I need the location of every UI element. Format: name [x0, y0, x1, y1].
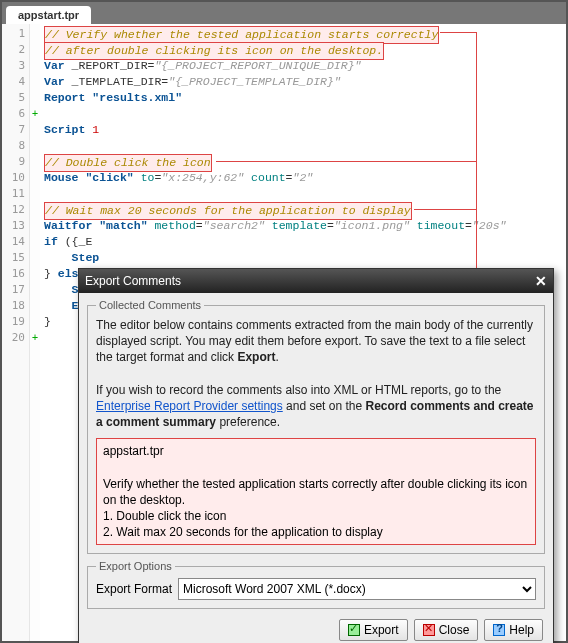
line-number: 3	[2, 58, 29, 74]
line-number: 4	[2, 74, 29, 90]
close-button[interactable]: Close	[414, 619, 479, 641]
export-options-group: Export Options Export Format Microsoft W…	[87, 560, 545, 609]
line-number: 12	[2, 202, 29, 218]
dialog-button-row: Export Close Help	[87, 615, 545, 643]
help-icon	[493, 624, 505, 636]
line-number: 17	[2, 282, 29, 298]
fold-column: + +	[30, 24, 40, 641]
line-number: 14	[2, 234, 29, 250]
line-number: 6	[2, 106, 29, 122]
line-number: 11	[2, 186, 29, 202]
close-icon	[423, 624, 435, 636]
line-number: 1	[2, 26, 29, 42]
comments-line: 1. Double click the icon	[103, 508, 529, 524]
line-number: 9	[2, 154, 29, 170]
line-number: 8	[2, 138, 29, 154]
line-number: 20	[2, 330, 29, 346]
fold-marker-icon[interactable]: +	[30, 106, 40, 122]
enterprise-report-link[interactable]: Enterprise Report Provider settings	[96, 399, 283, 413]
close-icon[interactable]: ✕	[535, 273, 547, 289]
line-number: 19	[2, 314, 29, 330]
dialog-titlebar[interactable]: Export Comments ✕	[79, 269, 553, 293]
line-number: 5	[2, 90, 29, 106]
comments-editor[interactable]: appstart.tpr Verify whether the tested a…	[96, 438, 536, 545]
export-options-legend: Export Options	[96, 560, 175, 572]
export-comments-dialog: Export Comments ✕ Collected Comments The…	[78, 268, 554, 643]
line-number: 16	[2, 266, 29, 282]
line-number: 15	[2, 250, 29, 266]
export-format-label: Export Format	[96, 582, 172, 596]
line-number: 10	[2, 170, 29, 186]
collected-comments-legend: Collected Comments	[96, 299, 204, 311]
help-button[interactable]: Help	[484, 619, 543, 641]
comments-line: Verify whether the tested application st…	[103, 476, 529, 508]
connector-line	[414, 209, 476, 210]
tab-bar: appstart.tpr	[2, 2, 566, 24]
line-number: 13	[2, 218, 29, 234]
export-button[interactable]: Export	[339, 619, 408, 641]
editor-tab[interactable]: appstart.tpr	[6, 6, 91, 24]
comments-title: appstart.tpr	[103, 443, 529, 459]
dialog-title: Export Comments	[85, 274, 181, 288]
line-number-gutter: 1 2 3 4 5 6 7 8 9 10 11 12 13 14 15 16 1…	[2, 24, 30, 641]
connector-line	[440, 32, 476, 33]
line-number: 18	[2, 298, 29, 314]
export-format-select[interactable]: Microsoft Word 2007 XML (*.docx)	[178, 578, 536, 600]
intro-text: The editor below contains comments extra…	[96, 317, 536, 430]
collected-comments-group: Collected Comments The editor below cont…	[87, 299, 545, 554]
line-number: 7	[2, 122, 29, 138]
check-icon	[348, 624, 360, 636]
fold-marker-icon[interactable]: +	[30, 330, 40, 346]
connector-line	[216, 161, 476, 162]
line-number: 2	[2, 42, 29, 58]
comments-line: 2. Wait max 20 seconds for the applicati…	[103, 524, 529, 540]
